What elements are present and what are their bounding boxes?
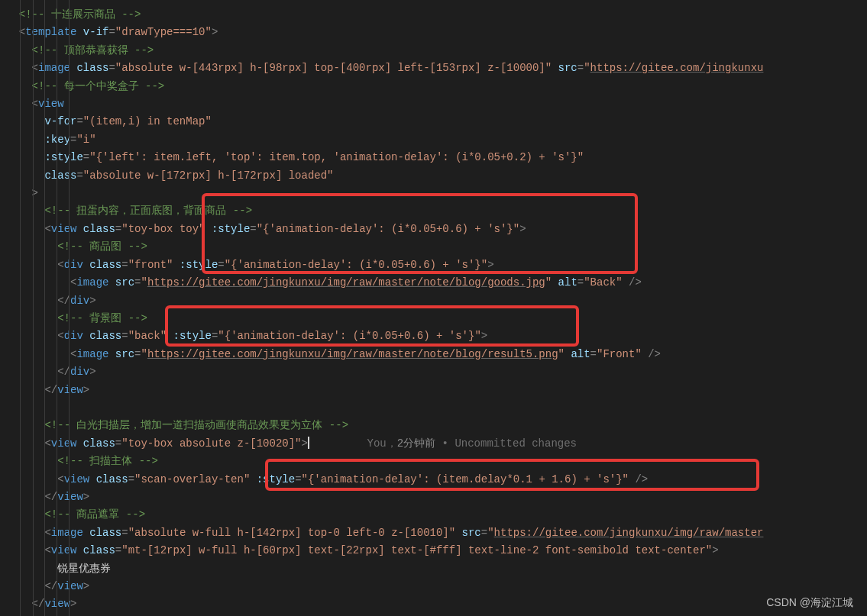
- token-string: "(item,i) in tenMap": [83, 115, 212, 127]
- code-line[interactable]: <!-- 白光扫描层，增加一道扫描动画使商品效果更为立体 -->: [6, 417, 867, 434]
- code-line[interactable]: <!-- 顶部恭喜获得 -->: [6, 42, 867, 60]
- token-punct: <: [57, 330, 63, 342]
- code-line[interactable]: <image src="https://gitee.com/jingkunxu/…: [6, 274, 867, 292]
- token-tag: view: [51, 223, 77, 235]
- code-line[interactable]: <div class="front" :style="{'animation-d…: [6, 256, 867, 274]
- code-line[interactable]: <view: [6, 95, 867, 113]
- token-punct: =: [121, 527, 128, 539]
- code-line[interactable]: <template v-if="drawType===10">: [6, 24, 867, 41]
- token-string: "toy-box absolute z-[10020]": [121, 437, 301, 450]
- code-line[interactable]: <!-- 扭蛋内容，正面底图，背面商品 -->: [6, 202, 867, 220]
- token-tag: div: [64, 259, 83, 271]
- token-string: "i": [76, 134, 95, 146]
- token-punct: =: [121, 259, 128, 271]
- code-editor[interactable]: <!-- 十连展示商品 --> <template v-if="drawType…: [0, 0, 867, 616]
- code-line[interactable]: <view class="scan-overlay-ten" :style="{…: [6, 471, 867, 489]
- token-text: [552, 276, 558, 289]
- code-line[interactable]: </view>: [6, 489, 867, 506]
- token-punct: </: [44, 580, 57, 592]
- token-attr: class: [83, 223, 115, 235]
- watermark-text: CSDN @海淀江城: [766, 594, 853, 611]
- indent-guide: [44, 0, 45, 616]
- token-punct: =: [121, 330, 128, 342]
- token-comment: <!-- 扫描主体 -->: [57, 455, 158, 467]
- code-line[interactable]: <view class="toy-box toy" :style="{'anim…: [6, 221, 867, 238]
- code-line[interactable]: <!-- 背景图 -->: [6, 310, 867, 327]
- token-attr: class: [89, 527, 121, 539]
- code-line[interactable]: <!-- 十连展示商品 -->: [6, 6, 867, 24]
- token-punct: =: [115, 544, 121, 556]
- token-text: [309, 437, 367, 450]
- token-punct: </: [32, 598, 45, 610]
- code-line[interactable]: <view class="mt-[12rpx] w-full h-[60rpx]…: [6, 542, 867, 560]
- token-attr: alt: [558, 276, 577, 289]
- token-string: "{'left': item.left, 'top': item.top, 'a…: [89, 151, 584, 163]
- token-tag: view: [51, 544, 77, 556]
- token-attr: :style: [180, 259, 218, 271]
- token-string: "Front": [597, 348, 642, 360]
- token-attr: v-if: [83, 26, 109, 38]
- token-punct: </: [44, 384, 57, 396]
- token-url: https://gitee.com/jingkunxu/img/raw/mast…: [147, 276, 545, 289]
- code-line[interactable]: [6, 399, 867, 417]
- token-punct: >: [89, 366, 95, 378]
- code-line[interactable]: 锐星优惠券: [6, 560, 867, 578]
- code-line[interactable]: :style="{'left': item.left, 'top': item.…: [6, 149, 867, 166]
- token-punct: </: [44, 491, 57, 503]
- token-comment: <!-- 商品遮罩 -->: [44, 508, 145, 521]
- code-line[interactable]: <image class="absolute w-[443rpx] h-[98r…: [6, 60, 867, 77]
- token-tag: view: [38, 98, 64, 110]
- code-line[interactable]: <image class="absolute w-full h-[142rpx]…: [6, 524, 867, 542]
- token-punct: />: [629, 276, 642, 289]
- token-text: [89, 473, 95, 485]
- token-attr: :style: [173, 330, 212, 342]
- token-punct: <: [44, 437, 50, 450]
- code-line[interactable]: </div>: [6, 292, 867, 310]
- code-line[interactable]: <view class="toy-box absolute z-[10020]"…: [6, 435, 867, 453]
- token-punct: >: [302, 437, 308, 450]
- token-punct: <: [57, 259, 63, 271]
- token-attr: class: [83, 544, 115, 556]
- token-string: "front": [128, 259, 173, 271]
- token-punct: >: [487, 259, 493, 271]
- code-line[interactable]: <!-- 商品图 -->: [6, 238, 867, 256]
- token-text: [108, 348, 115, 360]
- token-comment: <!-- 十连展示商品 -->: [19, 8, 141, 21]
- code-line[interactable]: v-for="(item,i) in tenMap": [6, 113, 867, 131]
- code-line[interactable]: >: [6, 185, 867, 202]
- token-string: ": [545, 276, 552, 289]
- token-string: "scan-overlay-ten": [134, 473, 250, 485]
- indent-guide: [69, 0, 70, 616]
- code-line[interactable]: </view>: [6, 578, 867, 595]
- token-punct: =: [115, 223, 121, 235]
- token-text: [83, 330, 89, 342]
- token-punct: >: [83, 580, 89, 592]
- code-line[interactable]: <!-- 扫描主体 -->: [6, 453, 867, 470]
- token-punct: =: [250, 223, 256, 235]
- token-punct: =: [590, 348, 597, 360]
- code-line[interactable]: </div>: [6, 363, 867, 381]
- code-line[interactable]: <image src="https://gitee.com/jingkunxu/…: [6, 346, 867, 363]
- token-punct: =: [76, 115, 82, 127]
- code-line[interactable]: </view>: [6, 595, 867, 613]
- token-comment: <!-- 白光扫描层，增加一道扫描动画使商品效果更为立体 -->: [44, 419, 348, 431]
- code-line[interactable]: class="absolute w-[172rpx] h-[172rpx] lo…: [6, 167, 867, 185]
- indent-guide: [20, 0, 21, 616]
- token-attr: :style: [257, 473, 295, 485]
- token-punct: <: [57, 473, 63, 485]
- token-string: "absolute w-[443rpx] h-[98rpx] top-[400r…: [115, 62, 552, 74]
- token-tag: image: [76, 348, 108, 360]
- token-punct: >: [83, 491, 89, 503]
- token-url: https://gitee.com/jingkunxu/img/raw/mast…: [494, 527, 764, 539]
- code-line[interactable]: <!-- 商品遮罩 -->: [6, 506, 867, 524]
- token-punct: =: [218, 259, 224, 271]
- token-text: [76, 437, 82, 450]
- code-line[interactable]: <div class="back" :style="{'animation-de…: [6, 327, 867, 345]
- token-attr: class: [96, 473, 128, 485]
- token-punct: <: [44, 544, 50, 556]
- code-line[interactable]: :key="i": [6, 131, 867, 149]
- token-tag: div: [70, 295, 89, 307]
- code-line[interactable]: </view>: [6, 382, 867, 399]
- code-line[interactable]: <!-- 每一个中奖盒子 -->: [6, 78, 867, 95]
- token-text: [83, 259, 89, 271]
